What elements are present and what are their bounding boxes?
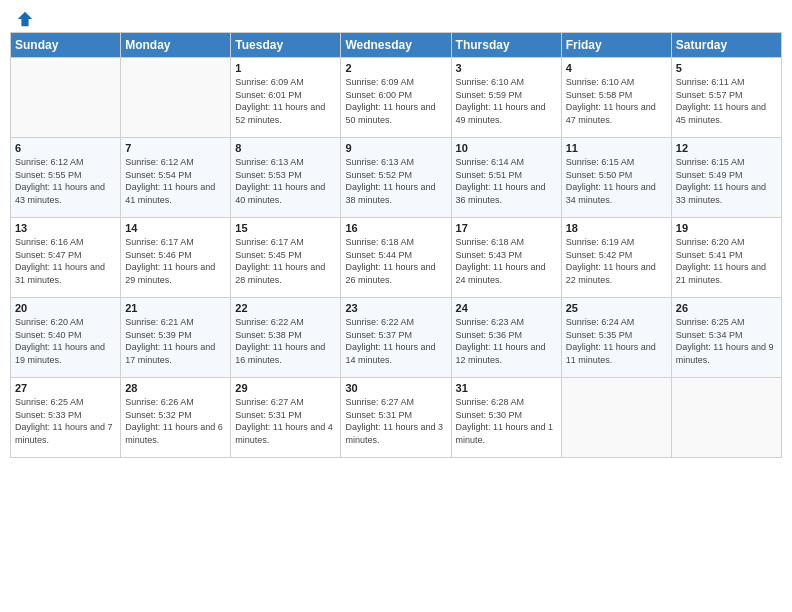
day-info: Sunrise: 6:22 AM Sunset: 5:38 PM Dayligh… [235, 316, 336, 366]
day-number: 7 [125, 142, 226, 154]
calendar-cell: 30Sunrise: 6:27 AM Sunset: 5:31 PM Dayli… [341, 378, 451, 458]
calendar-cell: 26Sunrise: 6:25 AM Sunset: 5:34 PM Dayli… [671, 298, 781, 378]
calendar-week-row: 6Sunrise: 6:12 AM Sunset: 5:55 PM Daylig… [11, 138, 782, 218]
day-info: Sunrise: 6:24 AM Sunset: 5:35 PM Dayligh… [566, 316, 667, 366]
day-info: Sunrise: 6:15 AM Sunset: 5:49 PM Dayligh… [676, 156, 777, 206]
day-info: Sunrise: 6:28 AM Sunset: 5:30 PM Dayligh… [456, 396, 557, 446]
calendar-cell: 25Sunrise: 6:24 AM Sunset: 5:35 PM Dayli… [561, 298, 671, 378]
day-number: 9 [345, 142, 446, 154]
calendar-cell: 19Sunrise: 6:20 AM Sunset: 5:41 PM Dayli… [671, 218, 781, 298]
calendar-cell: 27Sunrise: 6:25 AM Sunset: 5:33 PM Dayli… [11, 378, 121, 458]
calendar-cell: 15Sunrise: 6:17 AM Sunset: 5:45 PM Dayli… [231, 218, 341, 298]
day-info: Sunrise: 6:19 AM Sunset: 5:42 PM Dayligh… [566, 236, 667, 286]
day-number: 24 [456, 302, 557, 314]
day-info: Sunrise: 6:17 AM Sunset: 5:45 PM Dayligh… [235, 236, 336, 286]
day-info: Sunrise: 6:25 AM Sunset: 5:34 PM Dayligh… [676, 316, 777, 366]
svg-marker-0 [18, 12, 32, 26]
calendar-cell: 7Sunrise: 6:12 AM Sunset: 5:54 PM Daylig… [121, 138, 231, 218]
page-header [10, 10, 782, 24]
calendar-cell: 2Sunrise: 6:09 AM Sunset: 6:00 PM Daylig… [341, 58, 451, 138]
day-info: Sunrise: 6:22 AM Sunset: 5:37 PM Dayligh… [345, 316, 446, 366]
calendar-cell: 4Sunrise: 6:10 AM Sunset: 5:58 PM Daylig… [561, 58, 671, 138]
calendar-cell: 23Sunrise: 6:22 AM Sunset: 5:37 PM Dayli… [341, 298, 451, 378]
day-number: 2 [345, 62, 446, 74]
day-number: 21 [125, 302, 226, 314]
day-number: 23 [345, 302, 446, 314]
day-number: 11 [566, 142, 667, 154]
day-info: Sunrise: 6:10 AM Sunset: 5:58 PM Dayligh… [566, 76, 667, 126]
calendar-cell: 24Sunrise: 6:23 AM Sunset: 5:36 PM Dayli… [451, 298, 561, 378]
calendar-cell: 22Sunrise: 6:22 AM Sunset: 5:38 PM Dayli… [231, 298, 341, 378]
day-number: 17 [456, 222, 557, 234]
day-number: 26 [676, 302, 777, 314]
day-number: 16 [345, 222, 446, 234]
day-number: 15 [235, 222, 336, 234]
calendar-cell: 16Sunrise: 6:18 AM Sunset: 5:44 PM Dayli… [341, 218, 451, 298]
day-number: 6 [15, 142, 116, 154]
day-number: 14 [125, 222, 226, 234]
calendar-week-row: 20Sunrise: 6:20 AM Sunset: 5:40 PM Dayli… [11, 298, 782, 378]
day-info: Sunrise: 6:18 AM Sunset: 5:44 PM Dayligh… [345, 236, 446, 286]
calendar-cell: 28Sunrise: 6:26 AM Sunset: 5:32 PM Dayli… [121, 378, 231, 458]
calendar-cell [561, 378, 671, 458]
calendar-cell: 3Sunrise: 6:10 AM Sunset: 5:59 PM Daylig… [451, 58, 561, 138]
calendar-week-row: 27Sunrise: 6:25 AM Sunset: 5:33 PM Dayli… [11, 378, 782, 458]
day-info: Sunrise: 6:11 AM Sunset: 5:57 PM Dayligh… [676, 76, 777, 126]
day-info: Sunrise: 6:27 AM Sunset: 5:31 PM Dayligh… [345, 396, 446, 446]
day-number: 8 [235, 142, 336, 154]
calendar-cell: 12Sunrise: 6:15 AM Sunset: 5:49 PM Dayli… [671, 138, 781, 218]
day-info: Sunrise: 6:09 AM Sunset: 6:00 PM Dayligh… [345, 76, 446, 126]
day-info: Sunrise: 6:26 AM Sunset: 5:32 PM Dayligh… [125, 396, 226, 446]
day-of-week-header: Friday [561, 33, 671, 58]
day-info: Sunrise: 6:12 AM Sunset: 5:54 PM Dayligh… [125, 156, 226, 206]
day-of-week-header: Sunday [11, 33, 121, 58]
day-info: Sunrise: 6:16 AM Sunset: 5:47 PM Dayligh… [15, 236, 116, 286]
day-info: Sunrise: 6:20 AM Sunset: 5:40 PM Dayligh… [15, 316, 116, 366]
day-info: Sunrise: 6:18 AM Sunset: 5:43 PM Dayligh… [456, 236, 557, 286]
day-number: 22 [235, 302, 336, 314]
day-number: 25 [566, 302, 667, 314]
day-number: 13 [15, 222, 116, 234]
day-info: Sunrise: 6:12 AM Sunset: 5:55 PM Dayligh… [15, 156, 116, 206]
calendar-cell [671, 378, 781, 458]
day-info: Sunrise: 6:17 AM Sunset: 5:46 PM Dayligh… [125, 236, 226, 286]
calendar-cell: 8Sunrise: 6:13 AM Sunset: 5:53 PM Daylig… [231, 138, 341, 218]
day-info: Sunrise: 6:21 AM Sunset: 5:39 PM Dayligh… [125, 316, 226, 366]
calendar-cell: 20Sunrise: 6:20 AM Sunset: 5:40 PM Dayli… [11, 298, 121, 378]
calendar-cell [121, 58, 231, 138]
day-info: Sunrise: 6:09 AM Sunset: 6:01 PM Dayligh… [235, 76, 336, 126]
logo [14, 10, 34, 24]
day-number: 28 [125, 382, 226, 394]
day-number: 20 [15, 302, 116, 314]
day-number: 27 [15, 382, 116, 394]
calendar-cell: 18Sunrise: 6:19 AM Sunset: 5:42 PM Dayli… [561, 218, 671, 298]
day-of-week-header: Wednesday [341, 33, 451, 58]
calendar-cell: 10Sunrise: 6:14 AM Sunset: 5:51 PM Dayli… [451, 138, 561, 218]
calendar-cell: 31Sunrise: 6:28 AM Sunset: 5:30 PM Dayli… [451, 378, 561, 458]
calendar-cell: 11Sunrise: 6:15 AM Sunset: 5:50 PM Dayli… [561, 138, 671, 218]
calendar-cell: 6Sunrise: 6:12 AM Sunset: 5:55 PM Daylig… [11, 138, 121, 218]
calendar-cell: 1Sunrise: 6:09 AM Sunset: 6:01 PM Daylig… [231, 58, 341, 138]
day-of-week-header: Monday [121, 33, 231, 58]
day-info: Sunrise: 6:20 AM Sunset: 5:41 PM Dayligh… [676, 236, 777, 286]
calendar-week-row: 13Sunrise: 6:16 AM Sunset: 5:47 PM Dayli… [11, 218, 782, 298]
day-info: Sunrise: 6:13 AM Sunset: 5:52 PM Dayligh… [345, 156, 446, 206]
day-info: Sunrise: 6:15 AM Sunset: 5:50 PM Dayligh… [566, 156, 667, 206]
day-number: 31 [456, 382, 557, 394]
calendar-cell: 17Sunrise: 6:18 AM Sunset: 5:43 PM Dayli… [451, 218, 561, 298]
logo-icon [16, 10, 34, 28]
day-number: 10 [456, 142, 557, 154]
day-info: Sunrise: 6:27 AM Sunset: 5:31 PM Dayligh… [235, 396, 336, 446]
day-of-week-header: Tuesday [231, 33, 341, 58]
calendar-cell: 13Sunrise: 6:16 AM Sunset: 5:47 PM Dayli… [11, 218, 121, 298]
day-number: 18 [566, 222, 667, 234]
day-number: 30 [345, 382, 446, 394]
day-info: Sunrise: 6:13 AM Sunset: 5:53 PM Dayligh… [235, 156, 336, 206]
calendar-cell [11, 58, 121, 138]
calendar-cell: 21Sunrise: 6:21 AM Sunset: 5:39 PM Dayli… [121, 298, 231, 378]
day-info: Sunrise: 6:10 AM Sunset: 5:59 PM Dayligh… [456, 76, 557, 126]
calendar-week-row: 1Sunrise: 6:09 AM Sunset: 6:01 PM Daylig… [11, 58, 782, 138]
day-number: 5 [676, 62, 777, 74]
calendar-cell: 5Sunrise: 6:11 AM Sunset: 5:57 PM Daylig… [671, 58, 781, 138]
day-number: 19 [676, 222, 777, 234]
